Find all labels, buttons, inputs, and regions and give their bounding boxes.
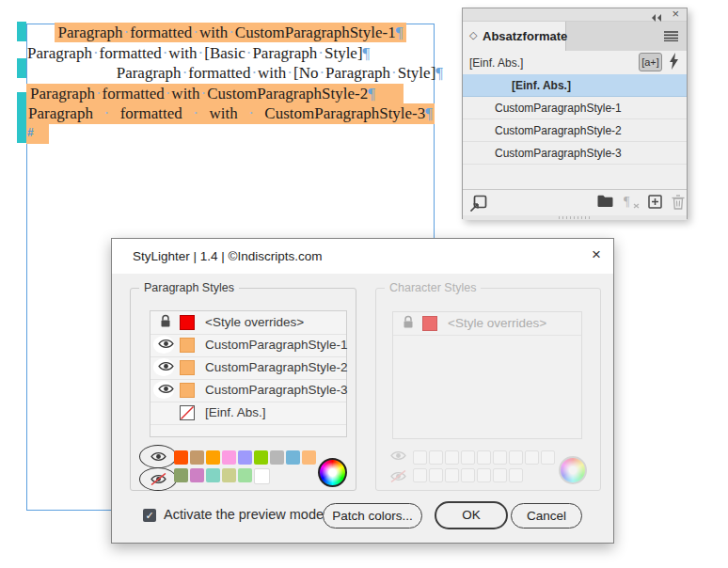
palette-color-swatch[interactable]	[190, 468, 204, 482]
palette-color-swatch[interactable]	[206, 468, 220, 482]
tab-absatzformate[interactable]: ◇ Absatzformate	[463, 22, 566, 51]
document-word: CustomParagraphStyle-1	[235, 24, 396, 41]
dialog-style-row[interactable]: <Style overrides>	[393, 312, 581, 336]
ok-button[interactable]: OK	[435, 501, 508, 529]
document-line[interactable]: Paragraph·formatted·with·CustomParagraph…	[26, 103, 435, 124]
cancel-button[interactable]: Cancel	[511, 503, 582, 529]
document-line[interactable]: Paragraph·formatted·with·CustomParagraph…	[26, 84, 435, 104]
document-line-text: Paragraph·formatted·with·CustomParagraph…	[55, 23, 407, 42]
palette-color-swatch[interactable]	[222, 468, 236, 482]
empty-color-slot	[493, 450, 507, 465]
style-row-label: CustomParagraphStyle-3	[205, 379, 348, 402]
style-color-swatch[interactable]	[180, 338, 195, 353]
space-dot: ·	[182, 64, 188, 82]
show-colors-eye-icon[interactable]	[139, 445, 177, 468]
new-style-icon[interactable]	[648, 195, 662, 212]
document-word: Paragraph	[325, 64, 390, 82]
load-styles-icon[interactable]	[469, 195, 487, 214]
palette-color-swatch[interactable]	[206, 450, 220, 465]
style-list-item[interactable]: CustomParagraphStyle-1	[463, 97, 687, 119]
dialog-style-row[interactable]: CustomParagraphStyle-1	[150, 334, 346, 357]
palette-color-swatch[interactable]	[238, 450, 252, 465]
document-word: CustomParagraphStyle-3¶	[264, 103, 433, 124]
document-word: formatted	[120, 103, 182, 124]
palette-color-swatch[interactable]	[270, 450, 284, 465]
style-color-swatch[interactable]	[180, 383, 195, 398]
dialog-style-row[interactable]: <Style overrides>	[150, 311, 346, 335]
panel-toolbar: ¶	[463, 189, 687, 215]
style-color-swatch[interactable]	[180, 315, 195, 330]
style-list-item[interactable]: CustomParagraphStyle-2	[463, 119, 687, 142]
document-line[interactable]: Paragraph·formatted·with·[Basic·Paragrap…	[26, 43, 435, 64]
dialog-style-row[interactable]: CustomParagraphStyle-2	[150, 356, 346, 380]
palette-color-swatch[interactable]	[286, 450, 300, 465]
panel-resize-strip[interactable]	[463, 215, 687, 220]
show-colors-eye-icon-disabled	[389, 449, 407, 465]
pilcrow-mark: ¶	[363, 44, 371, 62]
document-line[interactable]: Paragraph·formatted·with·[No·Paragraph·S…	[26, 63, 435, 84]
eye-icon[interactable]	[155, 382, 176, 398]
patch-colors-button[interactable]: Patch colors...	[323, 503, 422, 529]
delete-style-icon[interactable]	[672, 195, 685, 213]
color-wheel-icon[interactable]	[318, 458, 347, 487]
close-icon[interactable]: ×	[672, 8, 679, 21]
document-line-text: Paragraph·formatted·with·[No·Paragraph·S…	[116, 63, 435, 84]
document-word: formatted	[130, 24, 192, 41]
panel-tab-title: Absatzformate	[483, 29, 567, 43]
clear-overrides-icon[interactable]: ¶	[624, 195, 641, 212]
override-highlighter-button[interactable]: [a+]	[639, 53, 662, 71]
space-dot: ·	[287, 64, 293, 82]
lock-icon-disabled[interactable]	[398, 315, 419, 331]
character-style-listbox: <Style overrides>	[392, 311, 582, 439]
panel-tab-bar: ◇ Absatzformate	[463, 22, 687, 51]
dialog-close-icon[interactable]: ×	[592, 245, 601, 264]
document-line[interactable]: Paragraph·formatted·with·CustomParagraph…	[26, 23, 435, 43]
palette-color-swatch[interactable]	[254, 468, 270, 484]
style-list-item[interactable]: CustomParagraphStyle-3	[463, 142, 687, 165]
palette-color-swatch[interactable]	[222, 450, 236, 465]
style-group-folder-icon[interactable]	[597, 195, 613, 210]
palette-color-swatch[interactable]	[254, 450, 268, 465]
palette-color-swatch[interactable]	[174, 450, 188, 465]
empty-color-slot	[429, 468, 443, 482]
empty-color-slot	[461, 450, 475, 465]
style-color-swatch[interactable]	[180, 405, 195, 420]
palette-color-swatch[interactable]	[302, 450, 316, 465]
panel-cycle-icon[interactable]: ◇	[469, 29, 477, 41]
document-word: formatted	[103, 85, 165, 103]
document-line[interactable]	[26, 124, 435, 145]
eye-icon[interactable]	[155, 337, 176, 353]
palette-color-swatch[interactable]	[238, 468, 252, 482]
lock-icon[interactable]	[155, 314, 176, 330]
document-word: with	[209, 103, 237, 124]
palette-color-swatch[interactable]	[190, 450, 204, 465]
color-wheel-icon-disabled	[559, 456, 587, 484]
collapse-left-icon[interactable]	[651, 11, 662, 19]
panel-menu-icon[interactable]	[664, 31, 678, 41]
style-color-swatch[interactable]	[180, 360, 195, 375]
document-word: Style]	[324, 44, 363, 62]
palette-color-swatch[interactable]	[174, 468, 188, 482]
paragraph-styles-panel: × ◇ Absatzformate [Einf. Abs.] [a+] [Ein…	[462, 8, 688, 219]
lightning-icon[interactable]	[669, 53, 680, 71]
style-row-label: CustomParagraphStyle-1	[205, 334, 348, 356]
change-marker	[17, 58, 26, 78]
dialog-style-row[interactable]: CustomParagraphStyle-3	[150, 379, 346, 402]
hide-colors-eye-icon[interactable]	[139, 467, 177, 491]
dialog-style-row[interactable]: [Einf. Abs.]	[150, 402, 346, 425]
resize-grip-icon[interactable]	[559, 216, 593, 219]
style-color-swatch[interactable]	[422, 316, 437, 331]
eye-icon[interactable]	[155, 359, 176, 375]
document-word: Paragraph	[252, 44, 317, 62]
space-dot: ·	[246, 44, 252, 62]
preview-mode-checkbox[interactable]: ✓	[143, 509, 156, 522]
character-styles-group: Character Styles <Style overrides>	[375, 288, 601, 491]
document-word: Paragraph	[28, 103, 93, 124]
pilcrow-mark: ¶	[396, 24, 404, 41]
style-list-item[interactable]: [Einf. Abs.]	[463, 74, 687, 97]
change-marker	[17, 22, 26, 41]
empty-color-slot	[477, 468, 491, 482]
paragraph-style-listbox: <Style overrides>CustomParagraphStyle-1C…	[150, 310, 347, 437]
document-line-text: Paragraph·formatted·with·[Basic·Paragrap…	[26, 43, 371, 64]
empty-color-slot	[413, 468, 427, 482]
